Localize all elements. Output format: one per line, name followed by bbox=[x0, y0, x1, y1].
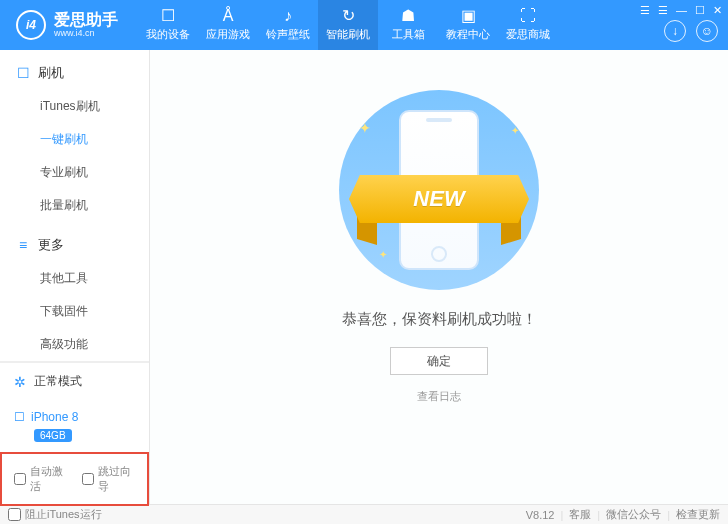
chk-skip-wizard[interactable]: 跳过向导 bbox=[82, 464, 136, 494]
block-itunes-label: 阻止iTunes运行 bbox=[25, 507, 102, 522]
view-log-link[interactable]: 查看日志 bbox=[417, 389, 461, 404]
chk-auto-activate[interactable]: 自动激活 bbox=[14, 464, 68, 494]
brand-name: 爱思助手 bbox=[54, 12, 118, 28]
options-highlight: 自动激活 跳过向导 bbox=[0, 452, 149, 506]
sidebar-item-pro[interactable]: 专业刷机 bbox=[0, 156, 149, 189]
toolbox-icon: ☗ bbox=[401, 8, 415, 24]
minimize-icon[interactable]: — bbox=[676, 4, 687, 17]
sidebar-item-firmware[interactable]: 下载固件 bbox=[0, 295, 149, 328]
nav-tutorials[interactable]: ▣教程中心 bbox=[438, 0, 498, 50]
illustration: ✦ ✦ ✦ NEW bbox=[329, 90, 549, 290]
sidebar-item-batch[interactable]: 批量刷机 bbox=[0, 189, 149, 222]
link-support[interactable]: 客服 bbox=[569, 507, 591, 522]
nav-label: 我的设备 bbox=[146, 27, 190, 42]
nav-apps[interactable]: Å应用游戏 bbox=[198, 0, 258, 50]
status-bar: 阻止iTunes运行 V8.12 | 客服 | 微信公众号 | 检查更新 bbox=[0, 504, 728, 524]
main: ☐ 刷机 iTunes刷机 一键刷机 专业刷机 批量刷机 ≡ 更多 其他工具 下… bbox=[0, 50, 728, 504]
header-side-icons: ↓ ☺ bbox=[664, 20, 718, 42]
more-icon: ≡ bbox=[16, 237, 30, 253]
link-update[interactable]: 检查更新 bbox=[676, 507, 720, 522]
menu1-icon[interactable]: ☰ bbox=[640, 4, 650, 17]
logo-text: 爱思助手 www.i4.cn bbox=[54, 12, 118, 38]
tutorial-icon: ▣ bbox=[461, 8, 476, 24]
nav-store[interactable]: ⛶爱思商城 bbox=[498, 0, 558, 50]
user-icon[interactable]: ☺ bbox=[696, 20, 718, 42]
sidebar-item-advanced[interactable]: 高级功能 bbox=[0, 328, 149, 361]
nav-my-device[interactable]: ☐我的设备 bbox=[138, 0, 198, 50]
success-panel: ✦ ✦ ✦ NEW 恭喜您，保资料刷机成功啦！ 确定 查看日志 bbox=[150, 50, 728, 404]
top-nav: ☐我的设备 Å应用游戏 ♪铃声壁纸 ↻智能刷机 ☗工具箱 ▣教程中心 ⛶爱思商城 bbox=[138, 0, 558, 50]
mode-row[interactable]: ✲ 正常模式 bbox=[0, 362, 149, 400]
success-message: 恭喜您，保资料刷机成功啦！ bbox=[342, 310, 537, 329]
brand-url: www.i4.cn bbox=[54, 28, 118, 38]
checkbox[interactable] bbox=[14, 473, 26, 485]
checkbox[interactable] bbox=[8, 508, 21, 521]
phone-icon: ☐ bbox=[14, 410, 25, 424]
sidebar: ☐ 刷机 iTunes刷机 一键刷机 专业刷机 批量刷机 ≡ 更多 其他工具 下… bbox=[0, 50, 150, 504]
section-title: 更多 bbox=[38, 236, 64, 254]
nav-ringtones[interactable]: ♪铃声壁纸 bbox=[258, 0, 318, 50]
download-icon[interactable]: ↓ bbox=[664, 20, 686, 42]
logo-icon: i4 bbox=[16, 10, 46, 40]
ringtone-icon: ♪ bbox=[284, 8, 292, 24]
sidebar-item-othertools[interactable]: 其他工具 bbox=[0, 262, 149, 295]
nav-label: 工具箱 bbox=[392, 27, 425, 42]
menu2-icon[interactable]: ☰ bbox=[658, 4, 668, 17]
content: ✦ ✦ ✦ NEW 恭喜您，保资料刷机成功啦！ 确定 查看日志 bbox=[150, 50, 728, 504]
sidebar-item-itunes[interactable]: iTunes刷机 bbox=[0, 90, 149, 123]
close-icon[interactable]: ✕ bbox=[713, 4, 722, 17]
nav-label: 铃声壁纸 bbox=[266, 27, 310, 42]
separator: | bbox=[560, 509, 563, 521]
sidebar-item-oneclick[interactable]: 一键刷机 bbox=[0, 123, 149, 156]
storage-badge: 64GB bbox=[34, 429, 72, 442]
separator: | bbox=[597, 509, 600, 521]
mode-label: 正常模式 bbox=[34, 373, 82, 390]
window-controls: ☰ ☰ — ☐ ✕ bbox=[640, 4, 722, 17]
confirm-button[interactable]: 确定 bbox=[390, 347, 488, 375]
device-row[interactable]: ☐ iPhone 8 64GB bbox=[0, 400, 149, 452]
checkbox[interactable] bbox=[82, 473, 94, 485]
maximize-icon[interactable]: ☐ bbox=[695, 4, 705, 17]
separator: | bbox=[667, 509, 670, 521]
logo[interactable]: i4 爱思助手 www.i4.cn bbox=[8, 10, 118, 40]
phone-icon: ☐ bbox=[16, 65, 30, 81]
nav-flash[interactable]: ↻智能刷机 bbox=[318, 0, 378, 50]
nav-label: 应用游戏 bbox=[206, 27, 250, 42]
device-icon: ☐ bbox=[161, 8, 175, 24]
sparkle-icon: ✦ bbox=[379, 249, 387, 260]
sidebar-bottom: ✲ 正常模式 ☐ iPhone 8 64GB 自动激活 跳过向导 bbox=[0, 361, 149, 506]
version-label: V8.12 bbox=[526, 509, 555, 521]
sparkle-icon: ✦ bbox=[511, 125, 519, 136]
device-name: iPhone 8 bbox=[31, 410, 78, 424]
section-more: ≡ 更多 bbox=[0, 222, 149, 262]
nav-toolbox[interactable]: ☗工具箱 bbox=[378, 0, 438, 50]
flash-icon: ↻ bbox=[342, 8, 355, 24]
block-itunes-option[interactable]: 阻止iTunes运行 bbox=[8, 507, 102, 522]
gear-icon: ✲ bbox=[14, 374, 26, 390]
sparkle-icon: ✦ bbox=[359, 120, 371, 136]
nav-label: 智能刷机 bbox=[326, 27, 370, 42]
link-wechat[interactable]: 微信公众号 bbox=[606, 507, 661, 522]
section-title: 刷机 bbox=[38, 64, 64, 82]
section-flash: ☐ 刷机 bbox=[0, 50, 149, 90]
chk-label: 自动激活 bbox=[30, 464, 68, 494]
apps-icon: Å bbox=[223, 8, 234, 24]
nav-label: 爱思商城 bbox=[506, 27, 550, 42]
nav-label: 教程中心 bbox=[446, 27, 490, 42]
status-right: V8.12 | 客服 | 微信公众号 | 检查更新 bbox=[526, 507, 720, 522]
chk-label: 跳过向导 bbox=[98, 464, 136, 494]
store-icon: ⛶ bbox=[520, 8, 536, 24]
title-bar: i4 爱思助手 www.i4.cn ☐我的设备 Å应用游戏 ♪铃声壁纸 ↻智能刷… bbox=[0, 0, 728, 50]
new-ribbon: NEW bbox=[349, 175, 529, 223]
